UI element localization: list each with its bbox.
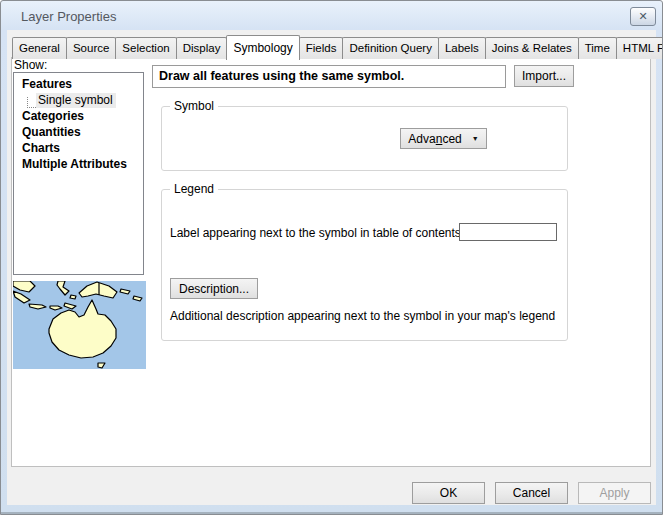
tab-definition-query[interactable]: Definition Query	[342, 37, 438, 59]
tab-labels[interactable]: Labels	[438, 37, 486, 59]
tab-bar: General Source Selection Display Symbolo…	[12, 35, 663, 59]
tab-html-popup[interactable]: HTML Popup	[616, 37, 663, 59]
layer-properties-dialog: Layer Properties ✕ General Source Select…	[0, 0, 663, 515]
tab-symbology[interactable]: Symbology	[226, 35, 299, 60]
chevron-down-icon: ▼	[472, 135, 479, 142]
description-button[interactable]: Description...	[170, 278, 258, 299]
show-listbox: Features Single symbol Categories Quanti…	[13, 72, 144, 275]
drawing-method-header: Draw all features using the same symbol.	[152, 65, 506, 88]
tree-item-multiple-attributes[interactable]: Multiple Attributes	[14, 156, 143, 172]
tab-display[interactable]: Display	[176, 37, 228, 59]
close-button[interactable]: ✕	[630, 7, 656, 26]
tree-row-single-symbol: Single symbol	[14, 92, 143, 108]
advanced-label: Advanced	[408, 132, 461, 146]
tree-connector-icon	[27, 97, 36, 108]
tab-source[interactable]: Source	[66, 37, 116, 59]
legend-group-title: Legend	[170, 182, 218, 196]
tab-joins-relates[interactable]: Joins & Relates	[485, 37, 579, 59]
legend-label-caption: Label appearing next to the symbol in ta…	[170, 226, 464, 240]
map-preview	[13, 281, 146, 369]
tab-time[interactable]: Time	[578, 37, 617, 59]
tab-selection[interactable]: Selection	[115, 37, 176, 59]
tree-item-features[interactable]: Features	[14, 76, 143, 92]
window-title: Layer Properties	[21, 9, 116, 24]
advanced-dropdown-button[interactable]: Advanced ▼	[400, 128, 487, 149]
apply-button[interactable]: Apply	[578, 482, 651, 504]
legend-additional-caption: Additional description appearing next to…	[170, 309, 555, 323]
tree-item-quantities[interactable]: Quantities	[14, 124, 143, 140]
cancel-button[interactable]: Cancel	[495, 482, 568, 504]
tab-general[interactable]: General	[12, 37, 67, 59]
import-button[interactable]: Import...	[514, 65, 574, 87]
titlebar[interactable]: Layer Properties ✕	[1, 1, 662, 31]
ok-button[interactable]: OK	[412, 482, 485, 504]
symbol-groupbox: Symbol	[161, 106, 568, 171]
landmass-maluku	[70, 295, 76, 299]
symbol-group-title: Symbol	[170, 99, 218, 113]
tree-item-categories[interactable]: Categories	[14, 108, 143, 124]
tree-item-charts[interactable]: Charts	[14, 140, 143, 156]
show-label: Show:	[14, 58, 47, 72]
tab-fields[interactable]: Fields	[299, 37, 344, 59]
close-icon: ✕	[638, 10, 647, 22]
tree-item-single-symbol[interactable]: Single symbol	[36, 93, 116, 108]
legend-label-input[interactable]	[459, 223, 557, 241]
